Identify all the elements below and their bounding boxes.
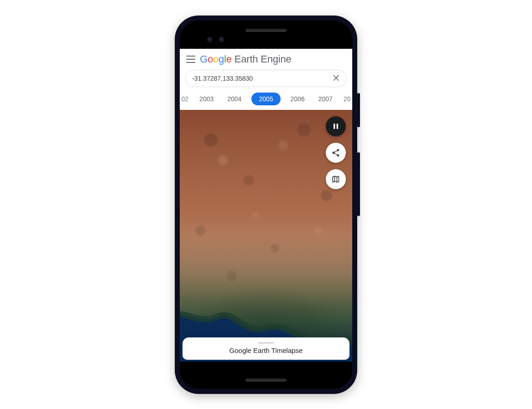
share-icon: [331, 148, 340, 157]
phone-volume-button: [357, 152, 360, 216]
phone-bezel: Google Earth Engine 02 2003 2004 2005: [180, 21, 352, 389]
phone-frame: Google Earth Engine 02 2003 2004 2005: [175, 16, 357, 394]
search-row: [180, 68, 352, 91]
map-controls: [326, 116, 346, 189]
year-option-active[interactable]: 2005: [251, 93, 280, 105]
phone-camera: [207, 37, 213, 42]
phone-earpiece: [245, 29, 287, 32]
year-option[interactable]: 2003: [196, 93, 217, 104]
open-in-maps-button[interactable]: [326, 169, 346, 189]
phone-camera: [219, 37, 224, 42]
share-button[interactable]: [326, 143, 346, 163]
maps-icon: [331, 175, 340, 184]
brand-earth-engine: Earth Engine: [235, 53, 292, 65]
year-option[interactable]: 2007: [315, 93, 336, 104]
phone-power-button: [357, 93, 360, 127]
year-option[interactable]: 02: [181, 93, 190, 104]
app-brand: Google Earth Engine: [200, 53, 292, 65]
app-header: Google Earth Engine: [180, 49, 352, 68]
year-option[interactable]: 2006: [287, 93, 308, 104]
search-input[interactable]: [192, 75, 332, 82]
pause-icon: [331, 122, 340, 131]
timelapse-map[interactable]: Google Earth Timelapse: [180, 110, 352, 362]
year-selector[interactable]: 02 2003 2004 2005 2006 2007 20: [180, 91, 352, 110]
search-pill[interactable]: [185, 70, 347, 87]
year-option[interactable]: 20: [343, 93, 352, 104]
year-option[interactable]: 2004: [224, 93, 245, 104]
bottom-sheet[interactable]: Google Earth Timelapse: [183, 337, 349, 360]
close-icon: [332, 73, 342, 83]
brand-google: Google: [200, 53, 232, 65]
phone-speaker: [245, 378, 287, 382]
sheet-drag-handle[interactable]: [258, 342, 274, 344]
app-screen: Google Earth Engine 02 2003 2004 2005: [180, 49, 352, 362]
menu-button[interactable]: [186, 56, 195, 63]
pause-button[interactable]: [326, 116, 346, 136]
sheet-title: Google Earth Timelapse: [183, 347, 349, 354]
clear-search-button[interactable]: [332, 73, 342, 83]
